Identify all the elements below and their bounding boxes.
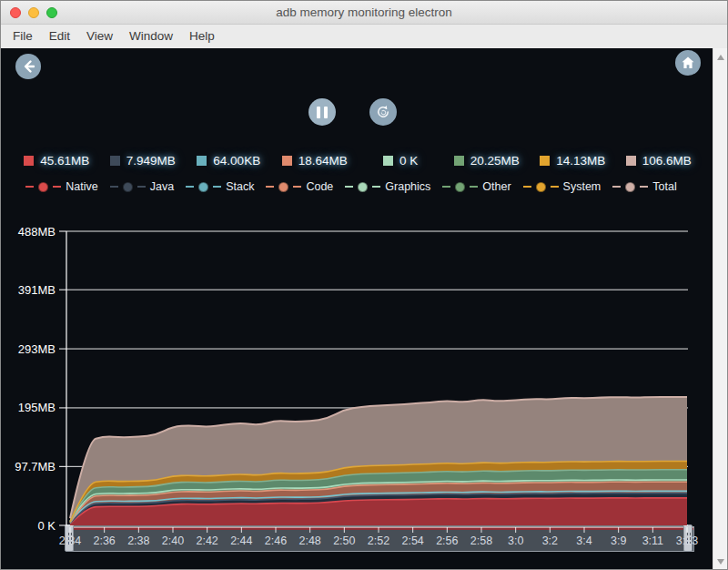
menu-window[interactable]: Window	[121, 25, 181, 48]
legend-value-total: 106.6MB	[616, 154, 703, 168]
series-dot-icon	[123, 182, 133, 192]
legend-value-other: 20.25MB	[444, 154, 531, 168]
series-dot-icon	[198, 182, 208, 192]
series-line-icon	[293, 186, 301, 188]
series-line-icon	[442, 186, 450, 188]
range-selector-minichart	[69, 527, 693, 530]
legend-value-graphics: 0 K	[358, 154, 444, 168]
legend-value-system: 14.13MB	[530, 154, 616, 168]
swatch-icon	[282, 156, 292, 166]
back-button[interactable]	[15, 54, 41, 79]
legend-value-label: 0 K	[399, 154, 418, 168]
series-line-icon	[25, 186, 34, 188]
window-title: adb memory monitoring electron	[1, 1, 727, 25]
swatch-icon	[626, 156, 636, 166]
legend-series-row: NativeJavaStackCodeGraphicsOtherSystemTo…	[1, 180, 702, 193]
series-line-icon	[110, 186, 118, 188]
swatch-icon	[24, 156, 34, 166]
series-line-icon	[345, 186, 353, 188]
series-dot-icon	[455, 182, 465, 192]
legend-value-label: 14.13MB	[556, 154, 605, 168]
menu-view[interactable]: View	[78, 25, 121, 48]
title-bar: adb memory monitoring electron	[1, 1, 727, 25]
menu-edit[interactable]: Edit	[41, 25, 78, 48]
home-icon	[681, 56, 695, 70]
legend-value-native: 45.61MB	[14, 154, 100, 168]
series-line-icon	[186, 186, 194, 188]
series-dot-icon	[38, 182, 48, 192]
series-line-icon	[213, 186, 221, 188]
legend-value-label: 64.00KB	[213, 154, 260, 168]
legend-series-stack[interactable]: Stack	[186, 180, 254, 193]
series-line-icon	[53, 186, 61, 188]
range-selector[interactable]	[68, 526, 694, 552]
legend-value-label: 20.25MB	[470, 154, 520, 168]
vertical-scrollbar[interactable]	[713, 48, 727, 570]
scrollbar-down-icon[interactable]	[717, 559, 724, 565]
app-window: adb memory monitoring electron FileEditV…	[0, 0, 728, 570]
swatch-icon	[454, 156, 464, 166]
refresh-icon	[375, 104, 391, 120]
series-dot-icon	[536, 182, 546, 192]
series-name-label: Total	[652, 180, 676, 193]
series-line-icon	[266, 186, 274, 188]
swatch-icon	[540, 156, 550, 166]
refresh-button[interactable]	[369, 98, 397, 126]
series-line-icon	[372, 186, 380, 188]
legend-value-code: 18.64MB	[272, 154, 359, 168]
pause-button[interactable]	[308, 98, 336, 126]
legend-value-label: 106.6MB	[642, 154, 692, 168]
range-handle-right[interactable]	[683, 524, 693, 552]
series-name-label: Graphics	[385, 180, 430, 193]
swatch-icon	[197, 156, 207, 166]
legend-values-row: 45.61MB7.949MB64.00KB18.64MB0 K20.25MB14…	[14, 154, 702, 168]
series-name-label: Other	[482, 180, 511, 193]
grip-dots-icon	[67, 532, 72, 545]
series-line-icon	[551, 186, 559, 188]
range-handle-left[interactable]	[65, 524, 74, 552]
menu-file[interactable]: File	[5, 25, 41, 48]
arrow-left-icon	[20, 58, 36, 75]
legend-series-total[interactable]: Total	[612, 180, 676, 193]
legend-value-label: 18.64MB	[298, 154, 348, 168]
legend-value-label: 45.61MB	[40, 154, 89, 168]
legend-series-other[interactable]: Other	[442, 180, 511, 193]
legend-series-native[interactable]: Native	[25, 180, 97, 193]
home-button[interactable]	[675, 50, 701, 76]
series-dot-icon	[278, 182, 288, 192]
series-name-label: Java	[150, 180, 174, 193]
legend-series-graphics[interactable]: Graphics	[345, 180, 430, 193]
series-line-icon	[612, 186, 621, 188]
series-line-icon	[470, 186, 478, 188]
series-line-icon	[640, 186, 648, 188]
series-line-icon	[137, 186, 146, 188]
legend-value-label: 7.949MB	[126, 154, 176, 168]
content-area: 45.61MB7.949MB64.00KB18.64MB0 K20.25MB14…	[1, 48, 714, 570]
series-dot-icon	[358, 182, 368, 192]
legend-value-stack: 64.00KB	[186, 154, 272, 168]
pause-icon	[317, 107, 328, 118]
swatch-icon	[110, 156, 120, 166]
legend-series-code[interactable]: Code	[266, 180, 333, 193]
series-name-label: Stack	[226, 180, 254, 193]
series-name-label: Code	[306, 180, 333, 193]
grip-dots-icon	[686, 532, 691, 545]
menu-help[interactable]: Help	[181, 25, 223, 48]
legend-series-java[interactable]: Java	[110, 180, 174, 193]
scrollbar-up-icon[interactable]	[717, 55, 724, 60]
menu-bar: FileEditViewWindowHelp	[1, 25, 727, 48]
swatch-icon	[383, 156, 393, 166]
series-dot-icon	[625, 182, 635, 192]
legend-value-java: 7.949MB	[100, 154, 187, 168]
series-line-icon	[523, 186, 531, 188]
legend-series-system[interactable]: System	[523, 180, 602, 193]
series-name-label: Native	[66, 180, 97, 193]
series-name-label: System	[563, 180, 602, 193]
